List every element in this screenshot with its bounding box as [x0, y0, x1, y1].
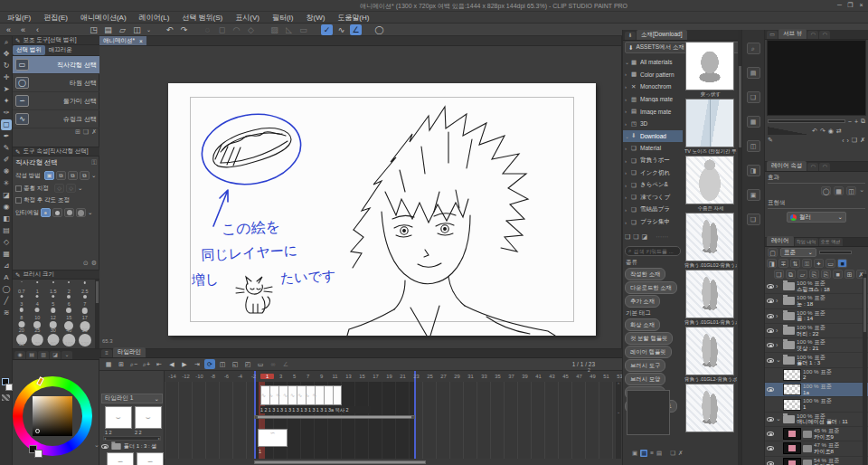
ruler-tick[interactable]: 49: [586, 374, 599, 379]
tool-icon[interactable]: ✳: [1, 178, 12, 189]
tool-icon[interactable]: ✎: [1, 143, 12, 154]
menu-item[interactable]: 편집(E): [43, 13, 68, 23]
layer-visibility-eye-icon[interactable]: [767, 446, 774, 451]
color-slider-tab[interactable]: ▤: [26, 351, 37, 359]
method-subtract-option[interactable]: ⧉: [68, 171, 78, 180]
canvas-page[interactable]: この絵を 同じレイヤーに 増し たいです: [168, 83, 596, 336]
timeline-tool-icon[interactable]: ∞: [268, 359, 278, 369]
toolbar-icon[interactable]: ◠: [231, 24, 242, 35]
tool-icon[interactable]: ╱: [1, 296, 12, 307]
materials-tree-item[interactable]: ⌄ ⬇ Download: [623, 130, 683, 143]
materials-tree-item[interactable]: › ❏ 背負うポー: [623, 155, 683, 167]
brush-size-cell[interactable]: 100: [61, 333, 78, 346]
search-input[interactable]: [633, 249, 675, 254]
materials-tab[interactable]: 소재[Download]: [637, 30, 687, 40]
tool-icon[interactable]: ↻: [1, 61, 12, 71]
angle-adjust-checkbox[interactable]: [15, 197, 22, 204]
ruler-tick[interactable]: 9: [315, 374, 328, 379]
tool-icon[interactable]: ≋: [1, 308, 12, 318]
timeline-h-scrollbar[interactable]: [254, 460, 426, 464]
tool-icon[interactable]: ◧: [1, 214, 12, 224]
timeline-tool-icon[interactable]: ⟳: [204, 359, 215, 369]
color-wheel-tab[interactable]: ◉: [14, 351, 25, 359]
aa-strong-option[interactable]: [76, 208, 86, 217]
method-new-option[interactable]: ▣: [44, 171, 54, 180]
tree-arrow-icon[interactable]: ›: [625, 158, 629, 164]
blend-icon[interactable]: ▢: [768, 248, 778, 257]
tool-icon[interactable]: ⊿: [1, 261, 12, 271]
timeline-tool-icon[interactable]: ∠: [280, 359, 291, 369]
docked-palette-icon[interactable]: ⌕: [747, 43, 760, 54]
border-effect-icon[interactable]: ◯: [821, 186, 831, 195]
materials-tree-item[interactable]: › ❏ インク切れ: [623, 166, 683, 179]
docked-palette-icon[interactable]: ◨: [747, 165, 760, 176]
material-thumbnail-image[interactable]: [685, 270, 734, 318]
tool-icon[interactable]: ✒: [1, 131, 12, 142]
menu-item[interactable]: 도움말(H): [337, 13, 369, 23]
rotation-ramp[interactable]: [768, 127, 809, 135]
brush-size-cell[interactable]: 1: [30, 280, 46, 294]
lock-layer-icon[interactable]: ⚿: [802, 259, 812, 268]
materials-tree-item[interactable]: › ▥ Manga mate: [623, 93, 683, 106]
lock-icon[interactable]: ⚿: [91, 158, 97, 167]
menu-item[interactable]: 필터(I): [272, 13, 294, 23]
method-chevron-icon[interactable]: ⌄: [91, 172, 96, 179]
transfer-layer-icon[interactable]: ⎘: [809, 270, 819, 279]
ruler-tick[interactable]: 3: [274, 374, 288, 379]
ruler-tick[interactable]: 45: [559, 374, 572, 379]
menu-item[interactable]: 선택 범위(S): [182, 13, 222, 23]
material-thumbnail[interactable]: 背負う.01GL01-背負うポ..: [684, 270, 737, 326]
docked-palette-icon[interactable]: ▦: [747, 116, 760, 128]
tree-arrow-icon[interactable]: ›: [625, 170, 629, 176]
layer-expand-arrow[interactable]: [776, 342, 781, 348]
tool-icon[interactable]: ✐: [1, 155, 12, 166]
ruler-tick[interactable]: 25: [423, 374, 437, 379]
toolbar-icon[interactable]: ◻: [216, 24, 228, 35]
ruler-tick[interactable]: 21: [396, 374, 410, 379]
brush-size-cell[interactable]: 0.7: [14, 280, 30, 294]
material-thumbnail[interactable]: 突っ伏す: [684, 42, 737, 98]
document-tab-close-icon[interactable]: ×: [139, 38, 143, 44]
tool-icon[interactable]: ▤: [1, 225, 12, 236]
timeline-menu-icon[interactable]: ≡: [101, 349, 112, 357]
tool-icon[interactable]: ▢: [1, 119, 12, 130]
layer-visibility-eye-icon[interactable]: [767, 417, 774, 422]
layer-row[interactable]: 100 % 표준 뎃상 : 21: [765, 338, 868, 353]
clip-icon[interactable]: ∓: [778, 259, 788, 268]
layer-row[interactable]: 47 % 표준 카이조8: [765, 441, 868, 456]
tool-icon[interactable]: ✦: [1, 96, 12, 107]
ruler-tick[interactable]: 47: [572, 374, 586, 379]
timeline-tab[interactable]: 타임라인: [113, 347, 146, 357]
menu-item[interactable]: 표시(V): [235, 13, 259, 23]
brush-size-cell[interactable]: 12: [45, 307, 61, 320]
brush-size-cell[interactable]: 120: [77, 333, 93, 346]
tree-arrow-icon[interactable]: ›: [625, 71, 629, 77]
layer-row[interactable]: 100 % 표준 머리 : 22: [765, 324, 868, 338]
layer-visibility-eye-icon[interactable]: [767, 328, 774, 333]
brush-size-cell[interactable]: 8: [14, 307, 30, 320]
view-large-icon[interactable]: ▣: [632, 450, 637, 457]
layer-visibility-eye-icon[interactable]: [767, 343, 774, 347]
material-thumbnail-image[interactable]: [685, 42, 734, 90]
toolbar-icon[interactable]: ◳: [88, 24, 99, 35]
brush-size-cell[interactable]: 40: [61, 320, 78, 334]
tree-arrow-icon[interactable]: ›: [625, 220, 629, 225]
toolbar-icon[interactable]: ∿: [335, 24, 347, 35]
ruler-tick[interactable]: 23: [410, 374, 423, 379]
track1-mini-scrollbar[interactable]: ◂▸: [103, 436, 161, 441]
toolbar-icon[interactable]: ‹: [32, 24, 43, 35]
wheel-background-swatch[interactable]: [34, 450, 42, 458]
layers-tab[interactable]: 레이어: [767, 236, 794, 246]
track1-cel-labels[interactable]: 1 2 1 3 1 3 1 3 1 3 1 3 1 3 1 3 1 3a 복사 …: [260, 406, 371, 413]
brush-size-cell[interactable]: 2.5: [77, 280, 93, 294]
lock-transparent-icon[interactable]: ✦: [814, 259, 824, 268]
wheel-expand-chevron[interactable]: ⌄: [94, 441, 99, 449]
opacity-slider[interactable]: [819, 251, 852, 254]
subtool-tab[interactable]: 선택 범위: [13, 45, 45, 55]
timeline-v-scrollbar[interactable]: ⌃⌄: [616, 382, 621, 459]
zoom-in-icon[interactable]: +: [854, 119, 858, 125]
ruler-tick[interactable]: 29: [450, 374, 464, 379]
combine-layer-icon[interactable]: ⎘: [821, 270, 831, 279]
new-folder-icon[interactable]: ❏: [633, 233, 638, 241]
toolbar-icon[interactable]: «: [3, 24, 14, 35]
